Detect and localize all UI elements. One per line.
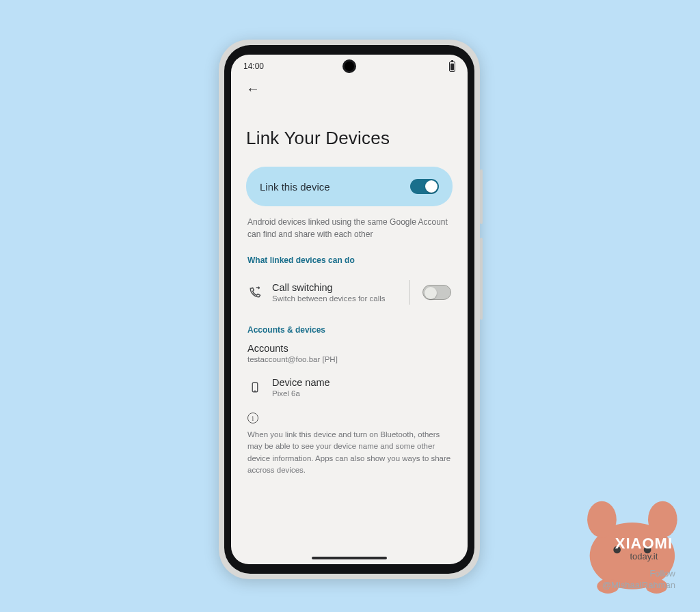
device-name-row[interactable]: Device name Pixel 6a xyxy=(246,370,453,404)
gesture-bar[interactable] xyxy=(312,557,387,559)
page-title: Link Your Devices xyxy=(246,128,453,149)
side-button-2 xyxy=(480,238,483,320)
link-description: Android devices linked using the same Go… xyxy=(247,216,451,240)
watermark-brand-bottom: today.it xyxy=(615,551,673,561)
phone-bezel: 14:00 ← Link Your Devices Link this devi… xyxy=(224,45,474,574)
battery-icon xyxy=(449,61,455,72)
link-this-device-label: Link this device xyxy=(260,181,330,193)
watermark-brand-top: XIAOMI xyxy=(615,535,673,553)
accounts-title: Accounts xyxy=(247,343,453,354)
call-switching-row[interactable]: Call switching Switch between devices fo… xyxy=(246,273,453,311)
svg-point-3 xyxy=(587,501,617,538)
side-button-1 xyxy=(480,169,483,224)
toggle-knob xyxy=(425,287,437,299)
accounts-value: testaccount@foo.bar [PH] xyxy=(247,355,453,363)
info-icon: i xyxy=(247,413,258,423)
device-name-title: Device name xyxy=(272,377,451,388)
device-name-value: Pixel 6a xyxy=(272,389,451,398)
link-this-device-toggle[interactable] xyxy=(410,179,439,194)
call-switching-title: Call switching xyxy=(272,282,400,293)
phone-forward-icon xyxy=(247,286,262,299)
status-time: 14:00 xyxy=(243,61,264,71)
section-what-linked: What linked devices can do xyxy=(247,255,453,265)
appbar: ← xyxy=(246,78,453,103)
call-switching-toggle[interactable] xyxy=(422,285,451,300)
front-camera xyxy=(345,61,354,71)
watermark-text: XIAOMI today.it xyxy=(615,535,673,561)
watermark-credits: Follow @MishaalRahman xyxy=(602,568,675,592)
section-accounts-devices: Accounts & devices xyxy=(247,325,453,335)
call-switching-subtitle: Switch between devices for calls xyxy=(272,294,400,303)
accounts-row[interactable]: Accounts testaccount@foo.bar [PH] xyxy=(247,343,453,363)
watermark-follow: Follow xyxy=(602,568,675,580)
svg-point-4 xyxy=(648,501,677,538)
watermark-handle: @MishaalRahman xyxy=(602,580,675,592)
footer-info-text: When you link this device and turn on Bl… xyxy=(247,429,451,476)
back-icon[interactable]: ← xyxy=(246,82,260,96)
link-this-device-card[interactable]: Link this device xyxy=(246,167,453,206)
phone-frame: 14:00 ← Link Your Devices Link this devi… xyxy=(219,40,480,579)
smartphone-icon xyxy=(247,381,262,393)
toggle-knob xyxy=(425,180,438,193)
screen: 14:00 ← Link Your Devices Link this devi… xyxy=(231,55,468,564)
row-divider xyxy=(409,280,410,305)
content-area: ← Link Your Devices Link this device And… xyxy=(231,78,468,476)
